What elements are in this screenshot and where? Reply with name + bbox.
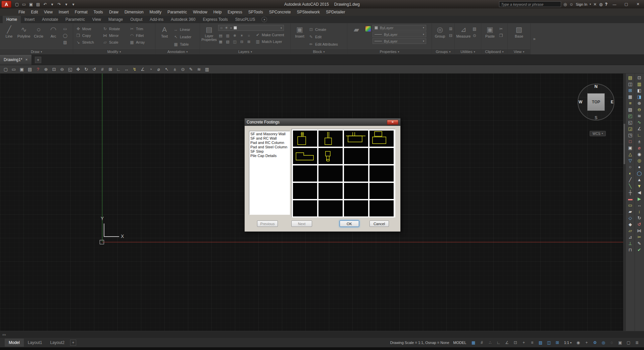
footing-type-option[interactable]: Pile Cap Details bbox=[249, 154, 290, 158]
strucplus-tool-icon[interactable]: ⌀ bbox=[636, 145, 643, 150]
strucplus-tool-icon[interactable]: ◧ bbox=[636, 88, 643, 93]
ribbon-tab[interactable]: Output bbox=[127, 16, 146, 23]
strucplus-tool-icon[interactable]: ⊿ bbox=[627, 235, 634, 240]
rotate-button[interactable]: ↻ Rotate bbox=[103, 27, 126, 31]
viewcube-north[interactable]: N bbox=[594, 84, 597, 89]
polar-tracking-icon[interactable]: ∠ bbox=[503, 339, 511, 346]
footing-type-list[interactable]: SF and Masonry WallSF and RC WallPad and… bbox=[249, 131, 290, 215]
dialog-close-button[interactable]: ✕ bbox=[387, 120, 398, 125]
ribbon-tab[interactable]: Autodesk 360 bbox=[167, 16, 199, 23]
layout-tab[interactable]: Layout1 bbox=[24, 339, 46, 347]
preview-tile-empty[interactable] bbox=[318, 200, 343, 216]
model-space-indicator[interactable]: MODEL bbox=[453, 341, 466, 345]
menu-item[interactable]: File bbox=[15, 9, 28, 15]
communication-center-icon[interactable]: ◍ bbox=[599, 2, 602, 7]
viewcube[interactable]: N S W E TOP bbox=[578, 84, 614, 120]
group-edit-icon[interactable]: ⊞ bbox=[448, 27, 453, 31]
strucplus-tool-icon[interactable]: ◲ bbox=[627, 126, 634, 131]
canvas-scrollbar[interactable] bbox=[623, 73, 626, 331]
cut-icon[interactable]: ✂ bbox=[498, 27, 504, 31]
panel-title-utilities[interactable]: Utilities▾ bbox=[455, 49, 481, 54]
sign-in-button[interactable]: Sign In bbox=[576, 2, 587, 6]
layer-freeze-icon[interactable]: ❄ bbox=[232, 34, 237, 38]
open-file-icon[interactable]: ▭ bbox=[20, 2, 28, 7]
strucplus-tool-icon[interactable]: ┼ bbox=[627, 190, 634, 195]
undo-dropdown-icon[interactable]: ▾ bbox=[49, 2, 56, 7]
footing-type-option[interactable]: Pad and Steel Column bbox=[249, 145, 290, 149]
strucplus-tool-icon[interactable]: □ bbox=[627, 139, 634, 144]
insert-block-button[interactable]: ▣ Insert bbox=[292, 24, 307, 48]
footing-type-option[interactable]: SF and Masonry Wall bbox=[249, 132, 290, 136]
qnew-icon[interactable]: ▢ bbox=[2, 67, 10, 72]
lineweight-dropdown[interactable]: ByLayer ▾ bbox=[373, 32, 426, 37]
ungroup-icon[interactable]: ⊟ bbox=[448, 33, 453, 38]
ortho-icon[interactable]: ∟ bbox=[114, 67, 122, 72]
strucplus-tool-icon[interactable]: ↔ bbox=[636, 203, 643, 208]
layer-isolate-icon[interactable]: ▤ bbox=[218, 34, 223, 38]
strucplus-tool-icon[interactable]: ⊕ bbox=[636, 101, 643, 106]
strucplus-tool-icon[interactable]: ◎ bbox=[636, 158, 643, 163]
ribbon-tab[interactable]: Express Tools bbox=[199, 16, 231, 23]
panel-title-properties[interactable]: Properties▾ bbox=[347, 49, 432, 54]
clean-screen-icon[interactable]: ▢ bbox=[625, 339, 632, 346]
strucplus-tool-icon[interactable]: ✂ bbox=[636, 235, 643, 240]
quick-select-icon[interactable]: ▧ bbox=[472, 27, 477, 31]
new-drawing-tab-button[interactable]: + bbox=[35, 57, 41, 63]
ribbon-tab[interactable]: Parametric bbox=[62, 16, 89, 23]
command-window-icon[interactable]: ▭ bbox=[2, 333, 6, 337]
create-block-button[interactable]: ⊡ Create bbox=[309, 27, 338, 32]
make-current-button[interactable]: ✔ Make Current bbox=[255, 33, 284, 37]
paste-button[interactable]: ▣ Paste bbox=[483, 24, 497, 48]
previous-button[interactable]: Previous bbox=[257, 220, 278, 227]
annotation-visibility-icon[interactable]: ◉ bbox=[575, 339, 582, 346]
next-button[interactable]: Next bbox=[291, 220, 312, 227]
strucplus-tool-icon[interactable]: ▭ bbox=[627, 203, 634, 208]
leader-icon[interactable]: ↖ bbox=[163, 67, 171, 72]
copy-button[interactable]: ❐ Copy bbox=[76, 33, 99, 38]
trim-button[interactable]: ✂ Trim bbox=[130, 27, 152, 31]
new-layout-button[interactable]: + bbox=[70, 340, 76, 346]
strucplus-tool-icon[interactable]: ↕ bbox=[636, 209, 643, 214]
strucplus-tool-icon[interactable]: ◨ bbox=[636, 94, 643, 99]
ribbon-tab[interactable]: Annotate bbox=[38, 16, 62, 23]
preview-tile-empty[interactable] bbox=[369, 183, 394, 199]
strucplus-tool-icon[interactable]: ╲ bbox=[627, 184, 634, 189]
strucplus-tool-icon[interactable]: ▤ bbox=[627, 75, 634, 80]
sign-in-dropdown-icon[interactable]: ▾ bbox=[590, 3, 591, 6]
layer-merge-icon[interactable]: ▧ bbox=[225, 40, 230, 44]
strucplus-tool-icon[interactable]: ◰ bbox=[627, 113, 634, 118]
dim-style-icon[interactable]: ≋ bbox=[195, 67, 203, 72]
menu-item[interactable]: SPSteelwork bbox=[294, 9, 323, 15]
preview-tile-pad-rc-column[interactable] bbox=[344, 131, 368, 147]
text-button[interactable]: A Text bbox=[157, 24, 172, 48]
strucplus-tool-icon[interactable]: ⊓ bbox=[627, 247, 634, 252]
strucplus-tool-icon[interactable]: ✎ bbox=[636, 241, 643, 246]
stretch-button[interactable]: ↘ Stretch bbox=[76, 40, 99, 45]
menu-item[interactable]: SPTools bbox=[245, 9, 266, 15]
ribbon-tab[interactable]: Insert bbox=[21, 16, 38, 23]
preview-tile-empty[interactable] bbox=[344, 183, 368, 199]
autoscale-icon[interactable]: + bbox=[583, 339, 590, 346]
annotation-scale-button[interactable]: 1:1 ▾ bbox=[564, 341, 572, 345]
menu-item[interactable]: Format bbox=[72, 9, 91, 15]
ribbon-minimize-icon[interactable]: ▾ bbox=[261, 17, 267, 22]
panel-title-layers[interactable]: Layers▾ bbox=[200, 49, 290, 54]
strucplus-tool-icon[interactable]: ▽ bbox=[627, 158, 634, 163]
save-icon[interactable]: ▣ bbox=[18, 67, 26, 72]
linetype-dropdown[interactable]: ByLayer ▾ bbox=[373, 38, 426, 44]
strucplus-tool-icon[interactable]: ✔ bbox=[636, 247, 643, 252]
preview-tile-sf-masonry-wall[interactable] bbox=[293, 131, 317, 147]
strucplus-tool-icon[interactable]: ◀ bbox=[636, 190, 643, 195]
strucplus-tool-icon[interactable]: ↺ bbox=[636, 222, 643, 227]
strucplus-tool-icon[interactable]: ◳ bbox=[627, 133, 634, 138]
dim-radius-icon[interactable]: ◔ bbox=[147, 67, 155, 72]
properties-icon[interactable]: ▥ bbox=[203, 67, 211, 72]
layer-copy-icon[interactable]: ◫ bbox=[232, 40, 237, 44]
snap-icon[interactable]: # bbox=[98, 67, 106, 72]
object-tracking-icon[interactable]: + bbox=[520, 339, 528, 346]
strucplus-tool-icon[interactable]: ⊥ bbox=[627, 241, 634, 246]
strucplus-tool-icon[interactable]: ▶ bbox=[636, 196, 643, 201]
plot-icon[interactable]: ▤ bbox=[26, 67, 34, 72]
preview-tile-empty[interactable] bbox=[369, 200, 394, 216]
preview-tile-empty[interactable] bbox=[344, 165, 368, 182]
